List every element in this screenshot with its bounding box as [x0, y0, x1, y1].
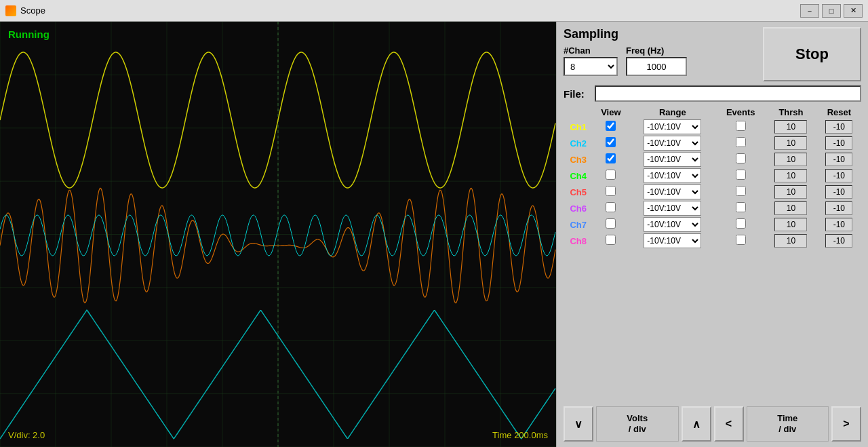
ch-name-ch4: Ch4: [564, 168, 593, 184]
title-bar: Scope − □ ✕: [0, 0, 868, 22]
ch-range-select-ch3[interactable]: -10V:10V: [644, 152, 701, 167]
ch-events-ch7: [716, 216, 765, 233]
ch-thrsh-input-ch3[interactable]: [774, 153, 807, 166]
ch-reset-ch8: [817, 233, 861, 249]
table-row: Ch1-10V:10V: [564, 119, 861, 135]
ch-checkbox-ch2[interactable]: [606, 137, 616, 147]
title-bar-left: Scope: [5, 5, 45, 16]
ch-reset-input-ch3[interactable]: [825, 153, 852, 166]
ch-event-checkbox-ch4[interactable]: [736, 170, 746, 180]
sampling-row: #Chan 8 1 2 4 Freq (Hz): [564, 45, 757, 76]
ch-range-select-ch2[interactable]: -10V:10V: [644, 136, 701, 151]
table-row: Ch5-10V:10V: [564, 184, 861, 200]
ch-events-ch8: [716, 233, 765, 249]
ch-checkbox-ch1[interactable]: [606, 121, 616, 131]
chan-select[interactable]: 8 1 2 4: [564, 57, 618, 76]
time-right-button[interactable]: >: [831, 406, 861, 442]
ch-name-ch6: Ch6: [564, 200, 593, 216]
ch-thrsh-input-ch1[interactable]: [774, 120, 807, 134]
ch-thrsh-input-ch7[interactable]: [774, 218, 807, 231]
file-input[interactable]: [595, 85, 861, 102]
ch-view-ch5: [593, 184, 629, 200]
ch-checkbox-ch3[interactable]: [606, 153, 616, 163]
ch-reset-input-ch2[interactable]: [825, 136, 852, 150]
ch-range-select-ch1[interactable]: -10V:10V: [644, 119, 701, 134]
window-title: Scope: [20, 5, 45, 16]
ch-event-checkbox-ch6[interactable]: [736, 202, 746, 212]
ch-range-ch7: -10V:10V: [629, 216, 716, 233]
ch-thrsh-ch4: [765, 168, 817, 184]
close-button[interactable]: ✕: [844, 4, 863, 18]
ch-range-ch5: -10V:10V: [629, 184, 716, 200]
ch-event-checkbox-ch7[interactable]: [736, 218, 746, 229]
ch-name-ch5: Ch5: [564, 184, 593, 200]
ch-name-ch3: Ch3: [564, 151, 593, 168]
ch-thrsh-ch1: [765, 119, 817, 135]
table-header-row: View Range Events Thrsh Reset: [564, 106, 861, 119]
ch-range-ch8: -10V:10V: [629, 233, 716, 249]
ch-thrsh-ch7: [765, 216, 817, 233]
ch-event-checkbox-ch1[interactable]: [736, 121, 746, 131]
app-icon: [5, 5, 16, 16]
ch-event-checkbox-ch3[interactable]: [736, 153, 746, 163]
ch-reset-input-ch1[interactable]: [825, 120, 852, 134]
ch-range-select-ch7[interactable]: -10V:10V: [644, 217, 701, 232]
ch-range-select-ch6[interactable]: -10V:10V: [644, 201, 701, 216]
freq-label: Freq (Hz): [626, 45, 687, 56]
sampling-title: Sampling: [564, 27, 757, 41]
ch-range-select-ch4[interactable]: -10V:10V: [644, 168, 701, 183]
minimize-button[interactable]: −: [800, 4, 819, 18]
time-div-label: Time/ div: [747, 406, 829, 442]
ch-thrsh-ch8: [765, 233, 817, 249]
volts-down-button[interactable]: ∨: [564, 406, 593, 442]
ch-view-ch6: [593, 200, 629, 216]
ch-thrsh-input-ch5[interactable]: [774, 185, 807, 199]
ch-checkbox-ch6[interactable]: [606, 202, 616, 212]
ch-events-ch3: [716, 151, 765, 168]
table-row: Ch2-10V:10V: [564, 135, 861, 151]
ch-reset-ch2: [817, 135, 861, 151]
ch-thrsh-input-ch2[interactable]: [774, 136, 807, 150]
ch-events-ch6: [716, 200, 765, 216]
ch-reset-ch3: [817, 151, 861, 168]
ch-event-checkbox-ch8[interactable]: [736, 235, 746, 245]
table-row: Ch3-10V:10V: [564, 151, 861, 168]
ch-name-ch2: Ch2: [564, 135, 593, 151]
ch-range-ch1: -10V:10V: [629, 119, 716, 135]
ch-reset-input-ch5[interactable]: [825, 185, 852, 199]
ch-event-checkbox-ch2[interactable]: [736, 137, 746, 147]
table-row: Ch8-10V:10V: [564, 233, 861, 249]
ch-event-checkbox-ch5[interactable]: [736, 186, 746, 196]
ch-thrsh-input-ch6[interactable]: [774, 201, 807, 215]
ch-reset-input-ch7[interactable]: [825, 218, 852, 231]
ch-reset-input-ch4[interactable]: [825, 169, 852, 182]
chan-group: #Chan 8 1 2 4: [564, 45, 618, 76]
window-controls: − □ ✕: [800, 4, 863, 18]
ch-range-select-ch8[interactable]: -10V:10V: [644, 233, 701, 248]
ch-reset-ch4: [817, 168, 861, 184]
ch-range-ch2: -10V:10V: [629, 135, 716, 151]
freq-input[interactable]: [626, 57, 687, 76]
col-header-thrsh: Thrsh: [765, 106, 817, 119]
ch-checkbox-ch7[interactable]: [606, 218, 616, 229]
volts-up-button[interactable]: ∧: [682, 406, 711, 442]
ch-reset-input-ch8[interactable]: [825, 234, 852, 248]
ch-checkbox-ch5[interactable]: [606, 186, 616, 196]
ch-events-ch2: [716, 135, 765, 151]
main-content: Running V/div: 2.0 Time 200.0ms Sampling…: [0, 22, 868, 447]
channel-table: View Range Events Thrsh Reset Ch1-10V:10…: [564, 106, 861, 249]
ch-view-ch7: [593, 216, 629, 233]
ch-range-select-ch5[interactable]: -10V:10V: [644, 184, 701, 199]
time-left-button[interactable]: <: [714, 406, 744, 442]
ch-thrsh-input-ch8[interactable]: [774, 234, 807, 248]
col-header-ch: [564, 106, 593, 119]
ch-checkbox-ch4[interactable]: [606, 170, 616, 180]
maximize-button[interactable]: □: [822, 4, 841, 18]
file-row: File:: [564, 85, 861, 102]
ch-thrsh-input-ch4[interactable]: [774, 169, 807, 182]
ch-thrsh-ch3: [765, 151, 817, 168]
ch-checkbox-ch8[interactable]: [606, 235, 616, 245]
volts-div-label: Volts/ div: [596, 406, 679, 442]
ch-reset-input-ch6[interactable]: [825, 201, 852, 215]
stop-button[interactable]: Stop: [763, 27, 861, 81]
